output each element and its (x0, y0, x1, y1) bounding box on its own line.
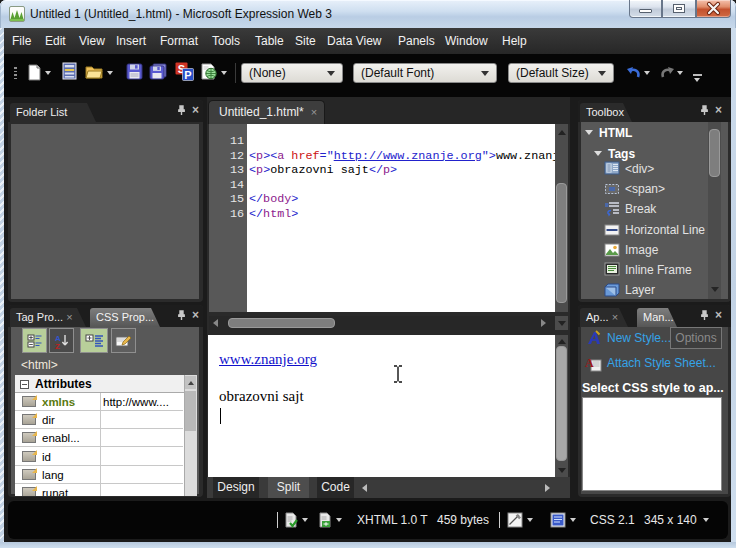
svg-text:P: P (184, 69, 191, 81)
svg-text:Z: Z (55, 341, 60, 349)
svg-text:A: A (585, 356, 594, 370)
